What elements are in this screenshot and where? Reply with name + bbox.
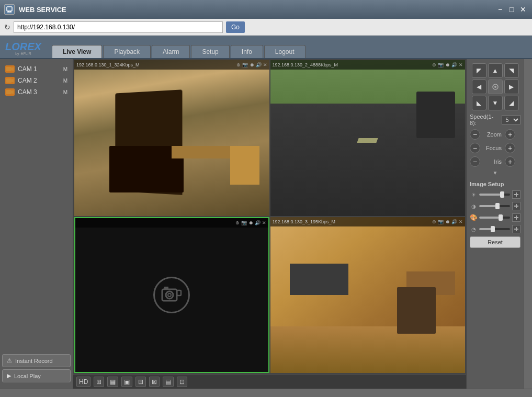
close4-icon[interactable]: ✕ — [459, 219, 463, 224]
audio4-icon[interactable]: 🔊 — [451, 219, 457, 224]
grid1-button[interactable]: ⊞ — [94, 377, 104, 387]
close-stream-icon[interactable]: ✕ — [263, 62, 267, 67]
tab-logout[interactable]: Logout — [264, 45, 305, 58]
tab-info[interactable]: Info — [231, 45, 263, 58]
ptz-up-right[interactable]: ◥ — [504, 63, 519, 78]
maximize-button[interactable]: □ — [507, 5, 516, 14]
reset-button[interactable]: Reset — [470, 236, 520, 248]
record4-icon[interactable]: ⏺ — [445, 219, 450, 224]
bottom-scrollbar[interactable] — [0, 389, 532, 397]
snapshot4-icon[interactable]: 📷 — [438, 219, 444, 224]
sidebar-item-cam3[interactable]: CAM 3 M — [2, 86, 71, 98]
svg-point-11 — [166, 291, 173, 299]
grid7-button[interactable]: ⊡ — [177, 377, 187, 387]
url-input[interactable] — [14, 21, 223, 33]
record2-icon[interactable]: ⏺ — [445, 62, 450, 67]
zoom2-icon[interactable]: ⊕ — [432, 62, 436, 67]
video-cell-3[interactable]: ⊕ 📷 ⏺ 🔊 ✕ — [74, 217, 269, 373]
instant-record-button[interactable]: ⚠ Instant Record — [2, 354, 71, 367]
zoom-plus[interactable]: + — [505, 129, 515, 140]
video-cell-4[interactable]: 192.168.0.130_3_195Kbps_M ⊕ 📷 ⏺ 🔊 ✕ — [270, 217, 466, 373]
cam1-icon — [5, 65, 15, 73]
video-bar-1: 192.168.0.130_1_324Kbps_M ⊕ 📷 ⏺ 🔊 ✕ — [74, 60, 269, 70]
snapshot3-icon[interactable]: 📷 — [241, 220, 247, 225]
go-button[interactable]: Go — [226, 21, 245, 33]
video-cell-1[interactable]: 192.168.0.130_1_324Kbps_M ⊕ 📷 ⏺ 🔊 ✕ — [74, 60, 269, 216]
saturation-slider[interactable] — [479, 217, 510, 219]
snapshot-icon[interactable]: 📷 — [242, 62, 248, 67]
saturation-value-btn[interactable] — [512, 213, 520, 222]
zoom-icon[interactable]: ⊕ — [236, 62, 241, 67]
svg-point-16 — [494, 86, 496, 88]
right-scrollbar[interactable] — [524, 59, 532, 389]
tab-live-view[interactable]: Live View — [52, 45, 102, 58]
window-title: WEB SERVICE — [19, 6, 491, 14]
ptz-down-left[interactable]: ◣ — [472, 96, 486, 110]
minimize-button[interactable]: − — [495, 5, 505, 14]
cam1-badge: M — [63, 66, 67, 72]
video-cell-2[interactable]: 192.168.0.130_2_4888Kbps_M ⊕ 📷 ⏺ 🔊 ✕ — [270, 60, 466, 216]
refresh-button[interactable]: ↻ — [4, 23, 10, 31]
hue-slider[interactable] — [479, 228, 510, 230]
close-button[interactable]: ✕ — [518, 5, 528, 14]
close3-icon[interactable]: ✕ — [262, 220, 266, 225]
video-bar-2: 192.168.0.130_2_4888Kbps_M ⊕ 📷 ⏺ 🔊 ✕ — [270, 60, 466, 70]
grid4-button[interactable]: ⊟ — [135, 377, 146, 387]
ptz-down[interactable]: ▼ — [488, 96, 503, 110]
tab-playback[interactable]: Playback — [103, 45, 151, 58]
focus-plus[interactable]: + — [505, 143, 515, 153]
sidebar-item-cam1[interactable]: CAM 1 M — [2, 63, 71, 75]
video-bar-icons-1: ⊕ 📷 ⏺ 🔊 ✕ — [236, 62, 267, 67]
contrast-slider[interactable] — [479, 205, 510, 207]
local-play-button[interactable]: ▶ Local Play — [2, 369, 71, 382]
video-toolbar: HD ⊞ ▦ ▣ ⊟ ⊠ ▤ ⊡ — [73, 374, 466, 389]
ptz-center[interactable] — [488, 80, 503, 94]
record-icon[interactable]: ⏺ — [250, 62, 254, 67]
video-grid: 192.168.0.130_1_324Kbps_M ⊕ 📷 ⏺ 🔊 ✕ — [73, 59, 466, 374]
cam3-icon — [5, 88, 15, 96]
focus-minus[interactable]: − — [470, 143, 480, 153]
audio3-icon[interactable]: 🔊 — [255, 220, 261, 225]
brightness-slider[interactable] — [479, 194, 510, 196]
iris-minus[interactable]: − — [470, 156, 480, 167]
hd-button[interactable]: HD — [76, 377, 90, 387]
snapshot2-icon[interactable]: 📷 — [438, 62, 444, 67]
grid3-button[interactable]: ▣ — [121, 377, 132, 387]
hue-value-btn[interactable] — [512, 225, 520, 233]
cam2-label: CAM 2 — [18, 77, 37, 84]
audio2-icon[interactable]: 🔊 — [451, 62, 457, 67]
ptz-up[interactable]: ▲ — [488, 63, 503, 78]
svg-rect-13 — [164, 287, 168, 289]
focus-row: − Focus + — [470, 143, 520, 153]
zoom4-icon[interactable]: ⊕ — [432, 219, 436, 224]
grid5-button[interactable]: ⊠ — [149, 377, 160, 387]
instant-record-label: Instant Record — [15, 358, 53, 364]
speed-select[interactable]: 1234 5678 — [502, 115, 520, 124]
ptz-up-left[interactable]: ◤ — [472, 63, 486, 78]
iris-plus[interactable]: + — [505, 156, 515, 167]
top-nav: LOREX by ❄FLIR Live View Playback Alarm … — [0, 36, 532, 59]
close2-icon[interactable]: ✕ — [459, 62, 463, 67]
expand-icon[interactable]: ▼ — [470, 170, 520, 176]
ptz-right[interactable]: ▶ — [504, 80, 519, 94]
contrast-row: ◑ — [470, 202, 520, 210]
brightness-value-btn[interactable] — [512, 190, 520, 199]
sidebar-item-cam2[interactable]: CAM 2 M — [2, 75, 71, 86]
grid2-button[interactable]: ▦ — [107, 377, 118, 387]
tab-alarm[interactable]: Alarm — [152, 45, 190, 58]
grid6-button[interactable]: ▤ — [163, 377, 174, 387]
audio-icon[interactable]: 🔊 — [256, 62, 262, 67]
zoom3-icon[interactable]: ⊕ — [235, 220, 240, 225]
cam3-label: CAM 3 — [18, 88, 37, 96]
main-container: LOREX by ❄FLIR Live View Playback Alarm … — [0, 36, 532, 397]
tab-setup[interactable]: Setup — [191, 45, 229, 58]
zoom-minus[interactable]: − — [470, 129, 480, 140]
ptz-down-right[interactable]: ◢ — [504, 96, 519, 110]
ptz-left[interactable]: ◀ — [472, 80, 486, 94]
contrast-value-btn[interactable] — [512, 202, 520, 210]
iris-label: Iris — [483, 158, 502, 165]
record3-icon[interactable]: ⏺ — [248, 220, 253, 225]
cam3-badge: M — [63, 89, 67, 95]
brightness-row: ☀ — [470, 190, 520, 199]
cam1-label: CAM 1 — [18, 65, 37, 73]
